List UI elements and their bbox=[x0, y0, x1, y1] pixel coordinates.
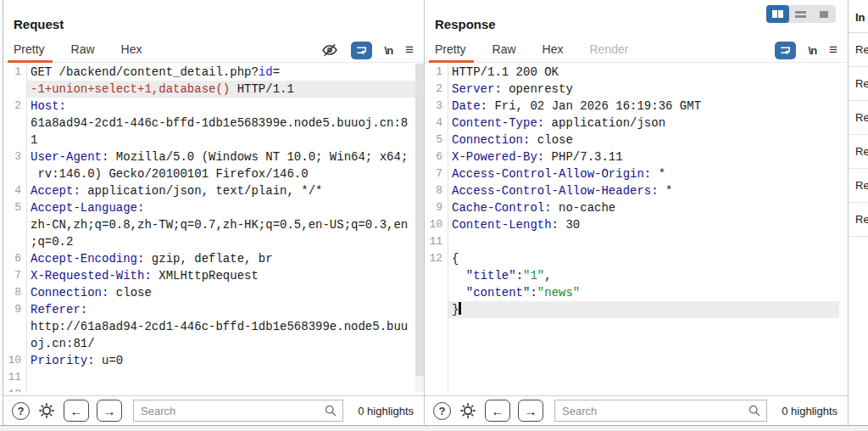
editor-row[interactable]: -1+union+select+1,database() HTTP/1.1 bbox=[3, 81, 415, 98]
layout-columns-button[interactable] bbox=[766, 5, 789, 23]
line-number: 12 bbox=[425, 250, 448, 267]
inspector-item[interactable]: Re bbox=[849, 169, 868, 203]
inspector-item[interactable]: Re bbox=[849, 203, 868, 237]
inspector-panel: In ReReReReReRe bbox=[848, 0, 868, 425]
show-newlines-icon[interactable]: \n bbox=[385, 44, 393, 57]
editor-row[interactable]: } bbox=[425, 301, 839, 318]
editor-row[interactable]: 7X-Requested-With: XMLHttpRequest bbox=[3, 267, 415, 284]
help-icon[interactable]: ? bbox=[12, 402, 30, 420]
editor-row[interactable]: 7Access-Control-Allow-Origin: * bbox=[425, 165, 839, 182]
tab-response-pretty[interactable]: Pretty bbox=[433, 39, 468, 62]
editor-row[interactable]: "title":"1", bbox=[425, 267, 839, 284]
show-newlines-icon[interactable]: \n bbox=[809, 44, 817, 57]
inspector-item[interactable]: Re bbox=[849, 67, 868, 101]
request-editor[interactable]: 1GET /backend/content_detail.php?id=-1+u… bbox=[3, 64, 415, 392]
line-text: Access-Control-Allow-Headers: * bbox=[448, 182, 839, 199]
line-number: 7 bbox=[3, 267, 26, 284]
request-search-input[interactable] bbox=[133, 400, 343, 422]
settings-gear-icon[interactable] bbox=[459, 401, 477, 420]
line-text: 61a8ad94-2cd1-446c-bffd-1db1e568399e.nod… bbox=[26, 115, 415, 132]
editor-row[interactable]: 6X-Powered-By: PHP/7.3.11 bbox=[425, 148, 839, 165]
line-text: User-Agent: Mozilla/5.0 (Windows NT 10.0… bbox=[26, 148, 415, 165]
editor-row[interactable]: 2Host: bbox=[3, 98, 415, 115]
inspector-item[interactable]: Re bbox=[849, 101, 868, 135]
response-editor[interactable]: 1HTTP/1.1 200 OK2Server: openresty3Date:… bbox=[425, 64, 839, 392]
line-number: 6 bbox=[425, 148, 448, 165]
columns-view-icon bbox=[772, 10, 783, 18]
line-number: 9 bbox=[425, 199, 448, 216]
rows-view-icon bbox=[795, 11, 806, 18]
response-title: Response bbox=[435, 17, 496, 31]
editor-row[interactable]: 11 bbox=[425, 233, 839, 250]
response-editor-rows: 1HTTP/1.1 200 OK2Server: openresty3Date:… bbox=[425, 64, 839, 318]
editor-row[interactable]: "content":"news" bbox=[425, 284, 839, 301]
editor-row[interactable]: 1HTTP/1.1 200 OK bbox=[425, 64, 839, 81]
line-text: "title":"1", bbox=[448, 267, 839, 284]
editor-row[interactable]: 10Priority: u=0 bbox=[3, 352, 415, 369]
word-wrap-icon[interactable] bbox=[351, 42, 372, 59]
line-number bbox=[3, 81, 26, 98]
tab-response-raw[interactable]: Raw bbox=[491, 39, 518, 62]
line-text: http://61a8ad94-2cd1-446c-bffd-1db1e5683… bbox=[26, 318, 415, 335]
line-number: 3 bbox=[425, 98, 448, 115]
line-text: Priority: u=0 bbox=[26, 352, 415, 369]
editor-row[interactable]: rv:146.0) Gecko/20100101 Firefox/146.0 bbox=[3, 165, 415, 182]
editor-row[interactable]: 10Content-Length: 30 bbox=[425, 216, 839, 233]
request-search bbox=[133, 400, 343, 422]
editor-row[interactable]: 5Connection: close bbox=[425, 132, 839, 148]
editor-row[interactable]: 12{ bbox=[425, 250, 839, 267]
editor-row[interactable]: 9Referer: bbox=[3, 301, 415, 318]
line-number bbox=[3, 318, 26, 335]
tab-response-hex[interactable]: Hex bbox=[541, 39, 565, 62]
editor-row[interactable]: 11 bbox=[3, 369, 415, 386]
inspector-item[interactable]: Re bbox=[849, 33, 868, 67]
line-number: 11 bbox=[3, 369, 26, 386]
editor-menu-icon[interactable]: ≡ bbox=[405, 42, 414, 59]
editor-row[interactable]: 5Accept-Language: bbox=[3, 199, 415, 216]
help-icon[interactable]: ? bbox=[433, 402, 451, 420]
editor-row[interactable]: 12 bbox=[3, 386, 415, 392]
line-text: "content":"news" bbox=[448, 284, 839, 301]
line-text: oj.cn:81/ bbox=[26, 335, 415, 352]
editor-row[interactable]: 2Server: openresty bbox=[425, 81, 839, 98]
editor-row[interactable]: 3Date: Fri, 02 Jan 2026 16:19:36 GMT bbox=[425, 98, 839, 115]
editor-menu-icon[interactable]: ≡ bbox=[829, 42, 837, 59]
tab-request-hex[interactable]: Hex bbox=[120, 39, 144, 62]
line-number: 8 bbox=[425, 182, 448, 199]
tab-request-pretty[interactable]: Pretty bbox=[12, 39, 47, 62]
inspector-item[interactable]: Re bbox=[849, 135, 868, 169]
editor-row[interactable]: 8Access-Control-Allow-Headers: * bbox=[425, 182, 839, 199]
editor-row[interactable]: 3User-Agent: Mozilla/5.0 (Windows NT 10.… bbox=[3, 148, 415, 165]
editor-row[interactable]: 61a8ad94-2cd1-446c-bffd-1db1e568399e.nod… bbox=[3, 115, 415, 132]
editor-row[interactable]: ;q=0.2 bbox=[3, 233, 415, 250]
editor-row[interactable]: http://61a8ad94-2cd1-446c-bffd-1db1e5683… bbox=[3, 318, 415, 335]
request-scrollbar-thumb[interactable] bbox=[415, 64, 424, 376]
editor-row[interactable]: 1GET /backend/content_detail.php?id= bbox=[3, 64, 415, 81]
search-next-button[interactable]: → bbox=[518, 400, 543, 422]
editor-row[interactable]: 4Content-Type: application/json bbox=[425, 115, 839, 132]
editor-row[interactable]: 8Connection: close bbox=[3, 284, 415, 301]
layout-single-button[interactable] bbox=[813, 5, 836, 23]
editor-row[interactable]: 6Accept-Encoding: gzip, deflate, br bbox=[3, 250, 415, 267]
tab-response-render[interactable]: Render bbox=[588, 39, 631, 62]
single-view-icon bbox=[820, 11, 828, 18]
line-number bbox=[3, 115, 26, 132]
request-scrollbar[interactable] bbox=[415, 64, 424, 392]
word-wrap-icon[interactable] bbox=[775, 42, 796, 59]
search-prev-button[interactable]: ← bbox=[64, 400, 89, 422]
tab-request-raw[interactable]: Raw bbox=[70, 39, 97, 62]
response-search-input[interactable] bbox=[554, 400, 767, 422]
window-bottom-edge bbox=[0, 425, 868, 431]
settings-gear-icon[interactable] bbox=[37, 401, 56, 420]
editor-row[interactable]: 4Accept: application/json, text/plain, *… bbox=[3, 182, 415, 199]
layout-rows-button[interactable] bbox=[789, 5, 812, 23]
editor-row[interactable]: 1 bbox=[3, 132, 415, 148]
search-next-button[interactable]: → bbox=[97, 400, 122, 422]
search-prev-button[interactable]: ← bbox=[485, 400, 510, 422]
hide-matches-icon[interactable] bbox=[321, 42, 338, 59]
line-text: zh-CN,zh;q=0.8,zh-TW;q=0.7,zh-HK;q=0.5,e… bbox=[26, 216, 415, 233]
line-number: 2 bbox=[3, 98, 26, 115]
editor-row[interactable]: oj.cn:81/ bbox=[3, 335, 415, 352]
editor-row[interactable]: zh-CN,zh;q=0.8,zh-TW;q=0.7,zh-HK;q=0.5,e… bbox=[3, 216, 415, 233]
editor-row[interactable]: 9Cache-Control: no-cache bbox=[425, 199, 839, 216]
